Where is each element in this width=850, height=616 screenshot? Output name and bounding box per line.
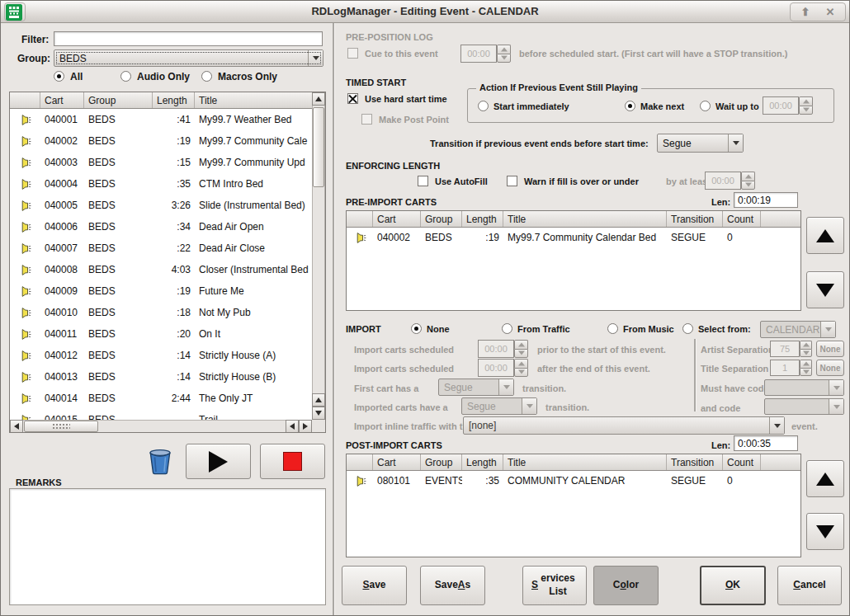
- cart-list-row[interactable]: 040005 BEDS 3:26 Slide (Instrumental Bed…: [10, 195, 312, 216]
- use-hard-start-checkbox[interactable]: [347, 93, 358, 104]
- pre-import-move-down-button[interactable]: [806, 271, 844, 308]
- filter-input[interactable]: [54, 31, 323, 46]
- save-button[interactable]: Save: [342, 566, 407, 605]
- cart-list-row[interactable]: 040015 BEDS Trail: [10, 409, 312, 420]
- radio-start-immediately[interactable]: [478, 101, 489, 111]
- cart-list-header-icon[interactable]: [10, 92, 40, 108]
- cart-number: 040007: [40, 242, 84, 254]
- spin-up-icon: [741, 172, 755, 181]
- sched-after-label: Import carts scheduled: [354, 364, 454, 374]
- scroll-right-icon[interactable]: [299, 420, 312, 433]
- cart-length: :14: [153, 371, 195, 383]
- cart-list-row[interactable]: 040002 BEDS :19 My99.7 Community Cale: [10, 130, 312, 152]
- stop-button[interactable]: [260, 444, 325, 479]
- cart-group: BEDS: [84, 135, 153, 147]
- close-window-icon[interactable]: ✕: [818, 3, 843, 21]
- pre-import-len-value[interactable]: 0:00:19: [734, 192, 798, 208]
- cart-list-row[interactable]: 040007 BEDS :22 Dead Air Close: [10, 237, 312, 259]
- cart-list-row[interactable]: 040008 BEDS 4:03 Closer (Instrumental Be…: [10, 259, 312, 280]
- remarks-textarea[interactable]: [9, 488, 326, 605]
- speaker-icon: [10, 243, 40, 254]
- scroll-up2-icon[interactable]: [312, 393, 325, 407]
- cart-title: Dead Air Open: [195, 221, 312, 233]
- save-as-button[interactable]: Save As: [420, 566, 485, 605]
- cart-list-row[interactable]: 040012 BEDS :14 Strictly House (A): [10, 345, 312, 366]
- radio-make-next[interactable]: [625, 101, 635, 111]
- pre-import-header-transition[interactable]: Transition: [667, 211, 723, 227]
- post-import-header-transition[interactable]: Transition: [667, 454, 723, 470]
- cart-list-row[interactable]: 040003 BEDS :15 My99.7 Community Upd: [10, 152, 312, 173]
- transition-before-start-select[interactable]: Segue: [657, 134, 744, 153]
- pre-import-header-icon[interactable]: [347, 211, 373, 227]
- play-button[interactable]: [186, 444, 251, 479]
- cart-list-row[interactable]: 040013 BEDS :14 Strictly House (B): [10, 366, 312, 388]
- scroll-down-icon[interactable]: [312, 407, 325, 420]
- scroll-corner: [312, 420, 325, 433]
- cart-list-row[interactable]: 040004 BEDS :35 CTM Intro Bed: [10, 173, 312, 195]
- radio-make-next-label: Make next: [640, 101, 684, 111]
- chevron-down-icon: [728, 134, 743, 152]
- title-separation-spinbox: 1: [770, 360, 812, 376]
- ok-button[interactable]: OK: [700, 566, 766, 605]
- pre-import-header-length[interactable]: Length: [462, 211, 503, 227]
- radio-import-none[interactable]: [411, 323, 422, 334]
- scroll-up-icon[interactable]: [312, 92, 325, 106]
- delete-cart-button[interactable]: [146, 446, 174, 477]
- and-code-label: and code: [701, 403, 740, 413]
- post-import-header-title[interactable]: Title: [503, 454, 667, 470]
- cart-list-header-title[interactable]: Title: [195, 92, 312, 108]
- pre-import-header-title[interactable]: Title: [503, 211, 667, 227]
- pre-import-header-count[interactable]: Count: [723, 211, 761, 227]
- pre-import-row[interactable]: 040002 BEDS :19 My99.7 Community Calenda…: [347, 228, 800, 247]
- cart-list-row[interactable]: 040011 BEDS :20 On It: [10, 323, 312, 345]
- post-import-header-group[interactable]: Group: [421, 454, 462, 470]
- post-import-header-icon[interactable]: [347, 454, 373, 470]
- radio-audio-only[interactable]: [120, 71, 131, 82]
- pre-import-header-cart[interactable]: Cart: [373, 211, 421, 227]
- color-button[interactable]: Color: [593, 566, 659, 605]
- pre-import-header-group[interactable]: Group: [421, 211, 462, 227]
- radio-macros-only[interactable]: [201, 71, 212, 82]
- cart-list-row[interactable]: 040009 BEDS :19 Future Me: [10, 280, 312, 302]
- radio-wait-up-to[interactable]: [700, 101, 711, 111]
- post-import-len-value[interactable]: 0:00:35: [734, 435, 798, 451]
- radio-import-music[interactable]: [607, 323, 618, 334]
- radio-import-traffic[interactable]: [502, 323, 512, 334]
- scroll-left-icon[interactable]: [10, 420, 23, 433]
- scroll-left2-icon[interactable]: [286, 420, 299, 433]
- radio-all[interactable]: [54, 71, 64, 82]
- warn-fill-checkbox[interactable]: [507, 176, 517, 186]
- cart-list-header-cart[interactable]: Cart: [40, 92, 84, 108]
- cart-list-row[interactable]: 040006 BEDS :34 Dead Air Open: [10, 216, 312, 237]
- cart-list-row[interactable]: 040010 BEDS :18 Not My Pub: [10, 302, 312, 323]
- spin-up-icon: [800, 360, 812, 368]
- speaker-icon: [10, 265, 40, 275]
- inline-traffic-select[interactable]: [none]: [463, 416, 785, 435]
- titlebar[interactable]: RDLogManager - Editing Event - CALENDAR …: [1, 1, 849, 23]
- group-select[interactable]: BEDS: [54, 49, 323, 67]
- cart-title: Strictly House (A): [195, 350, 312, 361]
- post-import-move-down-button[interactable]: [806, 513, 844, 550]
- pre-import-move-up-button[interactable]: [806, 217, 844, 254]
- cancel-button[interactable]: Cancel: [777, 566, 842, 605]
- cart-number: 040006: [40, 221, 84, 233]
- post-import-header-cart[interactable]: Cart: [373, 454, 421, 470]
- use-autofill-checkbox[interactable]: [418, 176, 428, 186]
- cart-list-row[interactable]: 040001 BEDS :41 My99.7 Weather Bed: [10, 109, 312, 130]
- cue-to-event-checkbox: [347, 48, 358, 59]
- post-import-header-count[interactable]: Count: [723, 454, 761, 470]
- post-import-row[interactable]: 080101 EVENTS :35 COMMUNITY CALENDAR SEG…: [347, 471, 800, 491]
- cart-list-row[interactable]: 040014 BEDS 2:44 The Only JT: [10, 388, 312, 409]
- cart-list-header-group[interactable]: Group: [84, 92, 153, 108]
- cart-title: Trail: [195, 414, 312, 420]
- radio-import-select-from[interactable]: [682, 323, 693, 334]
- rdlogmanager-window: RDLogManager - Editing Event - CALENDAR …: [0, 0, 850, 616]
- cart-number: 040008: [40, 264, 84, 275]
- post-import-header-length[interactable]: Length: [462, 454, 503, 470]
- services-list-button[interactable]: Services List: [522, 566, 587, 605]
- post-import-move-up-button[interactable]: [806, 460, 844, 497]
- hscroll-thumb[interactable]: [24, 421, 98, 432]
- shade-window-icon[interactable]: ⬆: [793, 3, 818, 21]
- vscroll-thumb[interactable]: [313, 107, 324, 187]
- cart-list-header-length[interactable]: Length: [153, 92, 195, 108]
